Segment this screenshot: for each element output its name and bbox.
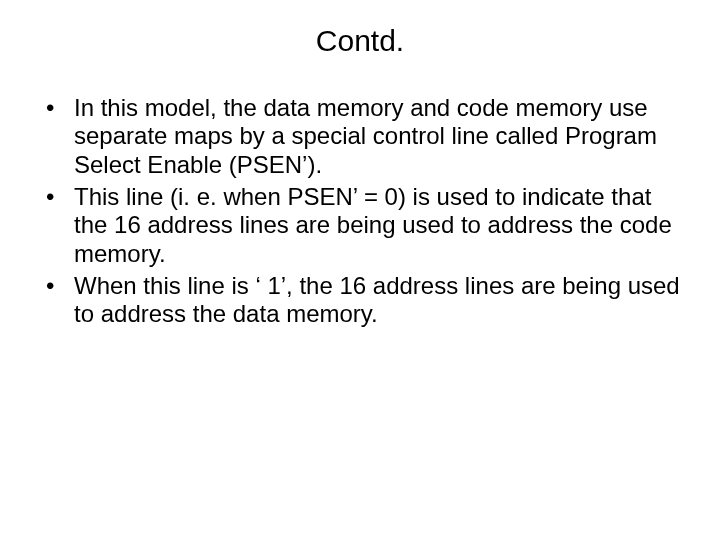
slide-title: Contd.	[0, 0, 720, 66]
bullet-list: In this model, the data memory and code …	[40, 94, 680, 329]
list-item: This line (i. e. when PSEN’ = 0) is used…	[40, 183, 680, 268]
slide-body: In this model, the data memory and code …	[0, 66, 720, 329]
list-item: In this model, the data memory and code …	[40, 94, 680, 179]
slide: Contd. In this model, the data memory an…	[0, 0, 720, 540]
list-item: When this line is ‘ 1’, the 16 address l…	[40, 272, 680, 329]
